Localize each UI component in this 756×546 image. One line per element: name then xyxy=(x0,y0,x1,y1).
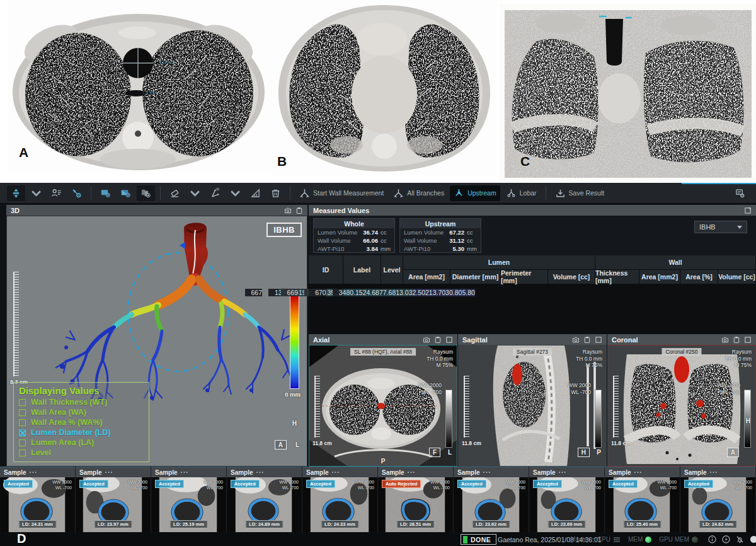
sample-thumbnail[interactable]: Accepted WW 2000WL -700 LD: 23.97 mm xyxy=(76,477,150,532)
sample-thumbnail[interactable]: Accepted WW 2000WL -700 LD: 24.62 mm xyxy=(681,477,755,532)
menu-dots-icon[interactable]: ··· xyxy=(30,469,38,476)
column-header[interactable]: Perimeter [mm] xyxy=(501,270,548,284)
column-header[interactable]: Area [mm2] xyxy=(639,270,680,284)
orientation-marker-h: H xyxy=(292,420,297,427)
tool-dropdown-chevron[interactable] xyxy=(27,185,45,201)
snapshot-camera-icon[interactable] xyxy=(721,336,729,344)
legend-item-wall-area-pct[interactable]: Wall Area % (WA%) xyxy=(19,417,144,427)
sample-header[interactable]: Sample··· xyxy=(454,467,529,477)
sample-thumbnail[interactable]: Accepted WW 2000WL -700 LD: 24.33 mm xyxy=(303,477,377,532)
info-icon[interactable] xyxy=(708,535,716,543)
copy-clipboard-icon[interactable] xyxy=(295,207,303,214)
all-branches-button[interactable]: All Branches xyxy=(389,185,448,201)
upstream-button[interactable]: Upstream xyxy=(450,185,500,201)
start-wall-measurement-button[interactable]: Start Wall Measurement xyxy=(295,185,387,201)
sample-thumbnail[interactable]: Accepted WW 2000WL -700 LD: 24.31 mm xyxy=(1,477,74,532)
table-row[interactable]: 6703 480.1524.6877.6813.03 2.50213.7030.… xyxy=(381,284,403,301)
save-result-button[interactable]: Save Result xyxy=(551,185,609,201)
maximize-icon[interactable] xyxy=(744,336,752,344)
setsquare-tool-button[interactable] xyxy=(246,185,265,201)
viewport-coronal-image[interactable]: Coronal #250 RaysumTH 0.0 mmM 75% WW 200… xyxy=(607,345,756,467)
column-header-id[interactable]: ID xyxy=(309,255,343,284)
menu-dots-icon[interactable]: ··· xyxy=(332,469,340,476)
sample-thumbnail[interactable]: Accepted WW 2000WL -700 LD: 24.89 mm xyxy=(227,477,301,532)
grayscale-bar[interactable] xyxy=(445,390,452,448)
sample-thumbnail[interactable]: Accepted WW 2000WL -700 LD: 23.62 mm xyxy=(454,477,528,532)
layout-screenshot-button[interactable] xyxy=(96,185,115,201)
menu-dots-icon[interactable]: ··· xyxy=(559,469,567,476)
column-header[interactable]: Area [mm2] xyxy=(403,270,450,284)
copy-clipboard-icon[interactable] xyxy=(583,336,591,344)
sample-thumbnail[interactable]: Accepted WW 2000WL -700 LD: 25.19 mm xyxy=(152,477,226,532)
checkbox-checked-icon[interactable] xyxy=(19,429,26,436)
sample-header[interactable]: Sample··· xyxy=(76,467,151,477)
column-header[interactable]: Volume [cc] xyxy=(718,270,756,284)
column-header-label[interactable]: Label xyxy=(343,255,381,284)
checkbox-icon[interactable] xyxy=(19,419,26,426)
grayscale-bar[interactable] xyxy=(595,390,602,448)
legend-item-lumen-diameter[interactable]: Lumen Diameter (LD) xyxy=(19,427,144,438)
protocol-dropdown[interactable]: IBHB xyxy=(694,221,747,233)
layout-overlay-button[interactable] xyxy=(117,185,135,201)
snapshot-camera-icon[interactable] xyxy=(572,336,580,344)
delete-measurement-button[interactable] xyxy=(266,185,285,201)
menu-dots-icon[interactable]: ··· xyxy=(483,469,491,476)
column-header[interactable]: Area [%] xyxy=(680,270,718,284)
power-save-icon[interactable] xyxy=(722,535,730,543)
legend-item-wall-thickness[interactable]: Wall Thickness (WT) xyxy=(19,397,144,407)
menu-dots-icon[interactable]: ··· xyxy=(105,469,113,476)
eraser-tool-button[interactable] xyxy=(166,185,184,201)
sample-header[interactable]: Sample··· xyxy=(529,467,604,477)
ct-image-b xyxy=(271,0,498,175)
legend-item-level[interactable]: Level xyxy=(19,448,144,458)
probe-tool-button[interactable] xyxy=(67,185,86,201)
column-header-level[interactable]: Level xyxy=(381,255,403,284)
legend-item-lumen-area[interactable]: Lumen Area (LA) xyxy=(19,438,144,448)
sample-header[interactable]: Sample··· xyxy=(151,467,226,477)
sample-header[interactable]: Sample··· xyxy=(378,467,453,477)
sample-header[interactable]: Sample··· xyxy=(680,467,755,477)
column-header[interactable]: Diameter [mm] xyxy=(450,270,501,284)
sample-thumbnail[interactable]: Accepted WW 2000WL -700 LD: 25.40 mm xyxy=(605,477,679,532)
menu-dots-icon[interactable]: ··· xyxy=(710,469,718,476)
lobar-button[interactable]: Lobar xyxy=(502,185,541,201)
notifications-off-icon[interactable] xyxy=(736,535,744,543)
sample-header[interactable]: Sample··· xyxy=(302,467,377,477)
snapshot-camera-icon[interactable] xyxy=(284,207,292,214)
pan-scroll-tool-button[interactable] xyxy=(7,185,25,201)
checkbox-icon[interactable] xyxy=(19,409,26,416)
copy-clipboard-icon[interactable] xyxy=(733,336,740,344)
column-header[interactable]: Volume [cc] xyxy=(548,270,595,284)
patient-list-button[interactable] xyxy=(47,185,66,201)
layout-compare-button[interactable] xyxy=(137,185,155,201)
metric-unit: cc xyxy=(381,237,391,244)
viewport-axial-image[interactable]: SL #88 (HQF), Axial #88 RaysumTH 0.0 mmM… xyxy=(309,345,457,467)
column-header[interactable]: Thickness [mm] xyxy=(595,270,639,284)
menu-dots-icon[interactable]: ··· xyxy=(634,469,643,476)
export-settings-button[interactable] xyxy=(731,185,749,201)
ld-measurement-label: LD: 23.69 mm xyxy=(547,520,586,528)
menu-dots-icon[interactable]: ··· xyxy=(256,469,265,476)
panel-menu-icon[interactable] xyxy=(744,207,752,214)
sample-thumbnail[interactable]: Accepted WW 2000WL -700 LD: 23.69 mm xyxy=(530,477,604,532)
sample-header[interactable]: Sample··· xyxy=(227,467,302,477)
checkbox-icon[interactable] xyxy=(19,450,26,456)
angle-dropdown-chevron[interactable] xyxy=(226,185,244,201)
checkbox-icon[interactable] xyxy=(19,439,26,446)
copy-clipboard-icon[interactable] xyxy=(434,336,442,344)
checkbox-icon[interactable] xyxy=(19,399,26,406)
menu-dots-icon[interactable]: ··· xyxy=(408,469,416,476)
eraser-dropdown-chevron[interactable] xyxy=(186,185,204,201)
sample-header[interactable]: Sample··· xyxy=(605,467,680,477)
legend-item-wall-area[interactable]: Wall Area (WA) xyxy=(19,407,144,417)
menu-dots-icon[interactable]: ··· xyxy=(181,469,189,476)
panel-3d-viewport[interactable]: IBHB 8.3 cm 20 mm 0 mm Displaying Values… xyxy=(6,216,307,467)
sample-thumbnail[interactable]: Auto Rejected WW 2000WL -700 LD: 28.51 m… xyxy=(379,477,452,532)
user-session-icon[interactable] xyxy=(750,535,756,543)
snapshot-camera-icon[interactable] xyxy=(423,336,430,344)
angle-measure-tool-button[interactable]: 3D xyxy=(206,185,224,201)
maximize-icon[interactable] xyxy=(595,336,602,344)
sample-header[interactable]: Sample··· xyxy=(0,467,75,477)
viewport-sagittal-image[interactable]: Sagittal #273 RaysumTH 0.0 mmM 75% WW 20… xyxy=(458,345,607,467)
maximize-icon[interactable] xyxy=(445,336,453,344)
